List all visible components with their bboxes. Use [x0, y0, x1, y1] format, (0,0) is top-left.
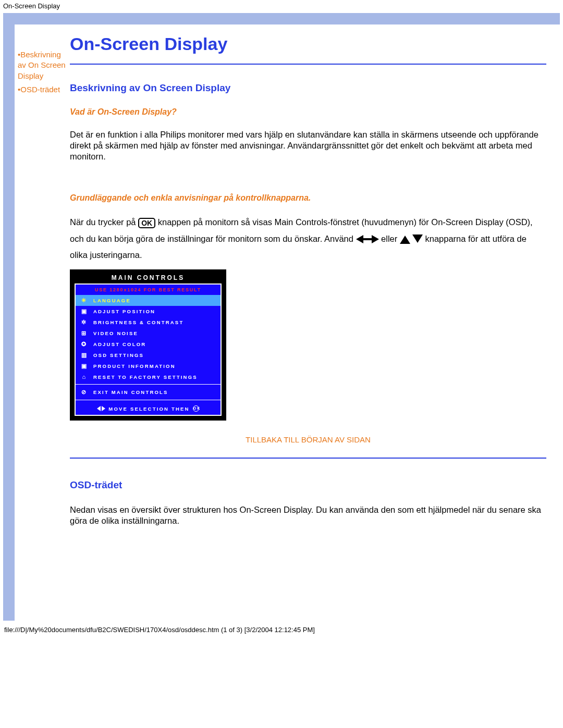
osd-item-label: OSD SETTINGS [93, 352, 144, 358]
info-icon: ▣ [80, 363, 89, 369]
position-icon: ▣ [80, 308, 89, 315]
sidebar-link-description[interactable]: Beskrivning av On Screen Display [18, 50, 66, 80]
osd-item-label: PRODUCT INFORMATION [93, 363, 176, 369]
ok-button-icon: OK [138, 218, 155, 228]
sidebar-item-osd-tree[interactable]: •OSD-trädet [18, 84, 69, 95]
osd-footer-text: MOVE SELECTION THEN [108, 406, 189, 412]
paragraph-osd-tree: Nedan visas en översikt över strukturen … [70, 504, 546, 526]
osd-item-label: BRIGHTNESS & CONTRAST [93, 319, 183, 325]
left-right-arrows-icon [356, 235, 379, 243]
subheading-what-is-osd: Vad är On-Screen Display? [70, 107, 546, 117]
osd-panel-title: MAIN CONTROLS [71, 271, 225, 283]
page-header-label: On-Screen Display [0, 0, 563, 13]
osd-item-video-noise: ⊞ VIDEO NOISE [76, 328, 221, 339]
osd-item-label: ADJUST POSITION [93, 309, 155, 314]
sidebar-link-osd-tree[interactable]: OSD-trädet [20, 85, 60, 94]
section-heading-description: Beskrivning av On Screen Display [70, 82, 546, 94]
subheading-basic-instructions: Grundläggande och enkla anvisningar på k… [70, 193, 546, 203]
left-right-selector-icon [97, 406, 105, 411]
osd-resolution-hint: USE 1280x1024 FOR BEST RESULT [76, 285, 221, 295]
osd-item-factory-reset: ⌂ RESET TO FACTORY SETTINGS [76, 372, 221, 382]
settings-icon: ▥ [80, 352, 89, 359]
sidebar: •Beskrivning av On Screen Display •OSD-t… [15, 24, 70, 621]
osd-item-label: RESET TO FACTORY SETTINGS [93, 374, 198, 380]
back-to-top-link[interactable]: TILLBAKA TILL BÖRJAN AV SIDAN [246, 435, 371, 444]
osd-item-exit: ⊘ EXIT MAIN CONTROLS [76, 387, 221, 398]
osd-item-product-info: ▣ PRODUCT INFORMATION [76, 361, 221, 372]
back-to-top-link-wrapper: TILLBAKA TILL BÖRJAN AV SIDAN [70, 435, 546, 444]
osd-item-language: ✳ LANGUAGE [76, 295, 221, 306]
exit-icon: ⊘ [80, 389, 89, 396]
section-heading-osd-tree: OSD-trädet [70, 479, 546, 491]
osd-divider [76, 400, 221, 400]
color-icon: ✪ [80, 341, 89, 348]
osd-item-label: LANGUAGE [93, 298, 131, 303]
paragraph-description: Det är en funktion i alla Philips monito… [70, 129, 546, 162]
osd-item-adjust-position: ▣ ADJUST POSITION [76, 306, 221, 317]
language-icon: ✳ [80, 297, 89, 304]
divider [70, 64, 546, 65]
brightness-icon: ✲ [80, 319, 89, 326]
osd-item-label: VIDEO NOISE [93, 330, 138, 336]
up-down-arrows-icon [400, 235, 423, 244]
osd-item-adjust-color: ✪ ADJUST COLOR [76, 339, 221, 350]
sidebar-item-description[interactable]: •Beskrivning av On Screen Display [18, 50, 69, 81]
osd-item-osd-settings: ▥ OSD SETTINGS [76, 350, 221, 361]
paragraph-instructions: När du trycker på OK knappen på monitorn… [70, 214, 546, 263]
osd-divider [76, 384, 221, 385]
osd-item-brightness-contrast: ✲ BRIGHTNESS & CONTRAST [76, 317, 221, 328]
noise-icon: ⊞ [80, 330, 89, 337]
text-part-c: eller [381, 234, 400, 243]
text-part-a: När du trycker på [70, 217, 138, 227]
ok-confirm-icon: OK [193, 405, 199, 412]
osd-panel-inner: USE 1280x1024 FOR BEST RESULT ✳ LANGUAGE… [75, 283, 222, 416]
reset-icon: ⌂ [80, 374, 89, 380]
footer-file-path: file:///D|/My%20documents/dfu/B2C/SWEDIS… [0, 621, 563, 637]
osd-main-controls-panel: MAIN CONTROLS USE 1280x1024 FOR BEST RES… [70, 269, 226, 421]
page-title: On-Screen Display [70, 34, 546, 54]
osd-footer-hint: MOVE SELECTION THEN OK [76, 402, 221, 415]
osd-item-label: EXIT MAIN CONTROLS [93, 389, 168, 395]
page-frame: •Beskrivning av On Screen Display •OSD-t… [3, 13, 560, 621]
osd-item-label: ADJUST COLOR [93, 341, 146, 347]
main-content: On-Screen Display Beskrivning av On Scre… [70, 24, 560, 621]
divider [70, 458, 546, 459]
